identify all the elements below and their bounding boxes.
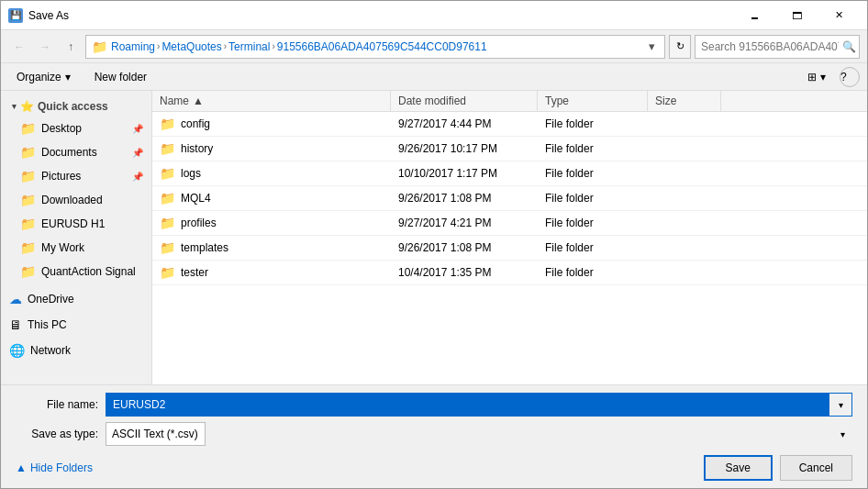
file-name-1: 📁 history (152, 139, 391, 158)
close-button[interactable]: ✕ (818, 1, 860, 30)
onedrive-icon: ☁ (9, 292, 22, 306)
file-list-header: Name ▲ Date modified Type Size (152, 91, 867, 112)
filename-label: File name: (16, 398, 98, 411)
file-name-4: 📁 profiles (152, 214, 391, 232)
sidebar-label-mywork: My Work (41, 241, 84, 254)
table-row[interactable]: 📁 config 9/27/2017 4:44 PM File folder (152, 112, 867, 137)
quick-access-header[interactable]: ▾ ⭐ Quick access (1, 94, 151, 117)
file-type-1: File folder (538, 140, 648, 157)
hide-folders-chevron: ▲ (16, 461, 27, 474)
sidebar-item-mywork[interactable]: 📁 My Work (1, 236, 151, 260)
sidebar-item-quantaction[interactable]: 📁 QuantAction Signal (1, 260, 151, 283)
folder-icon-downloaded: 📁 (20, 193, 36, 207)
new-folder-button[interactable]: New folder (86, 66, 155, 88)
quick-access-icon: ⭐ (20, 100, 34, 113)
col-header-type[interactable]: Type (538, 91, 648, 111)
search-input[interactable] (701, 40, 839, 53)
refresh-button[interactable]: ↻ (669, 35, 691, 59)
maximize-button[interactable]: 🗖 (775, 1, 818, 30)
window-icon: 💾 (8, 8, 23, 23)
address-dropdown-button[interactable]: ▾ (644, 36, 659, 58)
sidebar-item-network[interactable]: 🌐 Network (1, 339, 151, 362)
filename-input-wrapper: ▾ (106, 393, 852, 417)
file-type-2: File folder (538, 165, 648, 182)
bottom-section: File name: ▾ Save as type: ASCII Text (*… (1, 384, 867, 488)
folder-icon-pictures: 📁 (20, 169, 36, 183)
save-button[interactable]: Save (704, 455, 773, 481)
savetype-select-wrapper: ASCII Text (*.csv) (106, 422, 852, 446)
file-size-5 (648, 246, 721, 250)
table-row[interactable]: 📁 tester 10/4/2017 1:35 PM File folder (152, 261, 867, 285)
toolbar-right: ⊞ ▾ ? (799, 66, 860, 88)
organize-dropdown-icon: ▾ (65, 71, 71, 83)
sidebar-item-pictures[interactable]: 📁 Pictures 📌 (1, 164, 151, 188)
file-type-3: File folder (538, 190, 648, 206)
col-header-date[interactable]: Date modified (391, 91, 538, 111)
view-icon: ⊞ (807, 71, 817, 83)
table-row[interactable]: 📁 logs 10/10/2017 1:17 PM File folder (152, 161, 867, 186)
file-name-6: 📁 tester (152, 263, 391, 282)
file-type-5: File folder (538, 239, 648, 256)
view-dropdown-icon: ▾ (820, 71, 826, 83)
file-size-3 (648, 196, 721, 200)
file-size-4 (648, 221, 721, 225)
address-part-metaquotes[interactable]: MetaQuotes (161, 40, 221, 53)
help-button[interactable]: ? (840, 67, 860, 87)
hide-folders-toggle[interactable]: ▲ Hide Folders (16, 461, 93, 474)
main-content: ▾ ⭐ Quick access 📁 Desktop 📌 📁 Documents… (1, 91, 867, 384)
filename-input[interactable] (106, 393, 829, 417)
filename-row: File name: ▾ (16, 393, 852, 417)
folder-icon-3: 📁 (160, 191, 175, 206)
col-header-size[interactable]: Size (648, 91, 721, 111)
savetype-row: Save as type: ASCII Text (*.csv) (16, 422, 852, 446)
sidebar-label-documents: Documents (41, 146, 97, 159)
table-row[interactable]: 📁 MQL4 9/26/2017 1:08 PM File folder (152, 186, 867, 211)
table-row[interactable]: 📁 profiles 9/27/2017 4:21 PM File folder (152, 211, 867, 236)
file-name-5: 📁 templates (152, 239, 391, 257)
toolbar: Organize ▾ New folder ⊞ ▾ ? (1, 63, 867, 91)
navigation-bar: ← → ↑ 📁 Roaming › MetaQuotes › Terminal … (1, 30, 867, 63)
savetype-select[interactable]: ASCII Text (*.csv) (106, 422, 206, 446)
file-name-0: 📁 config (152, 115, 391, 133)
sidebar-item-onedrive[interactable]: ☁ OneDrive (1, 287, 151, 311)
table-row[interactable]: 📁 templates 9/26/2017 1:08 PM File folde… (152, 236, 867, 261)
window-title: Save As (28, 9, 733, 22)
file-date-1: 9/26/2017 10:17 PM (391, 140, 538, 157)
file-type-6: File folder (538, 264, 648, 281)
sidebar-item-thispc[interactable]: 🖥 This PC (1, 313, 151, 337)
sidebar-item-eurusd[interactable]: 📁 EURUSD H1 (1, 212, 151, 236)
folder-icon-1: 📁 (160, 141, 175, 156)
file-size-0 (648, 122, 721, 126)
folder-icon-2: 📁 (160, 166, 175, 181)
folder-icon-6: 📁 (160, 265, 175, 280)
file-type-4: File folder (538, 215, 648, 231)
sidebar-item-downloaded[interactable]: 📁 Downloaded (1, 188, 151, 212)
minimize-button[interactable]: 🗕 (733, 1, 775, 30)
col-header-name[interactable]: Name ▲ (152, 91, 391, 111)
sidebar-item-documents[interactable]: 📁 Documents 📌 (1, 140, 151, 164)
organize-button[interactable]: Organize ▾ (8, 66, 79, 88)
table-row[interactable]: 📁 history 9/26/2017 10:17 PM File folder (152, 137, 867, 161)
address-part-id[interactable]: 915566BA06ADA407569C544CC0D97611 (277, 40, 487, 53)
view-button[interactable]: ⊞ ▾ (799, 66, 834, 88)
folder-icon-desktop: 📁 (20, 121, 36, 136)
pin-icon-documents: 📌 (132, 148, 143, 158)
file-size-2 (648, 172, 721, 175)
file-size-1 (648, 147, 721, 150)
sidebar-item-desktop[interactable]: 📁 Desktop 📌 (1, 117, 151, 140)
filename-dropdown-button[interactable]: ▾ (829, 393, 852, 417)
quick-access-chevron: ▾ (12, 102, 17, 111)
address-part-roaming[interactable]: Roaming (111, 40, 155, 53)
file-date-2: 10/10/2017 1:17 PM (391, 165, 538, 182)
sidebar-label-eurusd: EURUSD H1 (41, 217, 105, 230)
address-part-terminal[interactable]: Terminal (228, 40, 270, 53)
thispc-icon: 🖥 (9, 317, 22, 332)
pin-icon-pictures: 📌 (132, 172, 143, 182)
forward-button[interactable]: → (34, 36, 56, 58)
back-button[interactable]: ← (8, 36, 30, 58)
sidebar-label-downloaded: Downloaded (41, 194, 103, 206)
up-button[interactable]: ↑ (60, 36, 82, 58)
hide-folders-label: Hide Folders (30, 461, 93, 474)
cancel-button[interactable]: Cancel (780, 455, 852, 481)
pin-icon-desktop: 📌 (132, 124, 143, 134)
